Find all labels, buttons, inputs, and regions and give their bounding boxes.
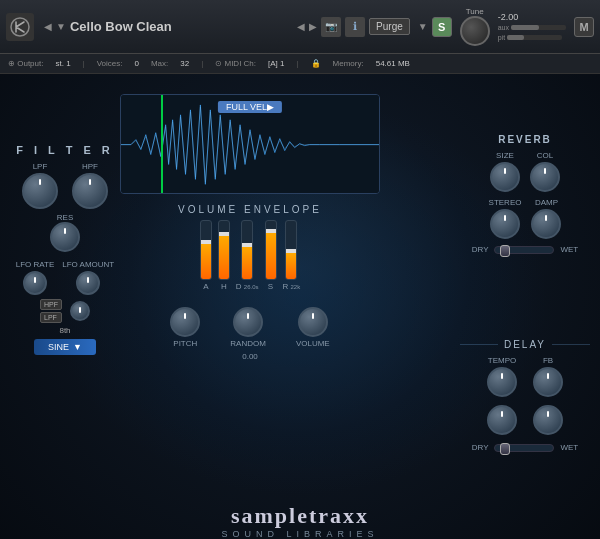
reverb-damp-label: DAMP: [535, 198, 558, 207]
hpf-toggle[interactable]: HPF: [40, 299, 62, 310]
eighth-label: 8th: [10, 326, 120, 335]
envelope-title: VOLUME ENVELOPE: [120, 204, 380, 215]
lpf-toggle[interactable]: LPF: [40, 312, 62, 323]
waveform-tag: FULL VEL▶: [218, 101, 282, 113]
lfo-rate-label: LFO RATE: [16, 260, 55, 269]
reverb-col-knob[interactable]: [530, 162, 560, 192]
delay-divider-left: [460, 344, 498, 345]
envelope-sliders: A H D 26.0s: [120, 221, 380, 291]
sine-button[interactable]: SINE ▼: [34, 339, 96, 355]
voices-label: Voices:: [97, 59, 123, 68]
reverb-col-label: COL: [537, 151, 553, 160]
env-d-label: D 26.0s: [236, 282, 259, 291]
hpf-knob[interactable]: [72, 173, 108, 209]
sep1: |: [83, 59, 85, 68]
pit-slider[interactable]: [507, 35, 562, 40]
delay-dw-thumb[interactable]: [500, 443, 510, 455]
lfo-amount-group: LFO AMOUNT: [62, 260, 114, 295]
delay-knob3[interactable]: [487, 405, 517, 435]
hpf-group: HPF: [72, 162, 108, 209]
delay-title: DELAY: [504, 339, 546, 350]
reverb-size-knob[interactable]: [490, 162, 520, 192]
lpf-label: LPF: [33, 162, 48, 171]
random-label: RANDOM: [230, 339, 266, 348]
env-a-label: A: [203, 282, 208, 291]
sine-label: SINE: [48, 342, 69, 352]
env-slider-s: S: [265, 220, 277, 291]
info-icon[interactable]: ℹ: [345, 17, 365, 37]
midi-label: ⊙ MIDI Ch:: [215, 59, 256, 68]
purge-arrow[interactable]: ▼: [418, 21, 428, 32]
waveform-display[interactable]: FULL VEL▶: [120, 94, 380, 194]
env-slider-r: R 22k: [283, 220, 301, 291]
memory-val: 54.61 MB: [376, 59, 410, 68]
aux-label: aux: [498, 24, 509, 31]
reverb-dw-slider[interactable]: [494, 246, 554, 254]
envelope-section: VOLUME ENVELOPE A H: [120, 204, 380, 361]
delay-section: DELAY TEMPO FB DRY WET: [460, 339, 590, 452]
lfo-amount-knob[interactable]: [76, 271, 100, 295]
lfo-extra-knob[interactable]: [70, 301, 90, 321]
pit-label: pit: [498, 34, 505, 41]
prv-row: PITCH RANDOM VOLUME: [120, 307, 380, 348]
nav-prev[interactable]: ◀: [297, 21, 305, 32]
aux-slider[interactable]: [511, 25, 566, 30]
reverb-title: REVERB: [460, 134, 590, 145]
s-button[interactable]: S: [432, 17, 452, 37]
logo-area: sampletraxx SOUND LIBRARIES: [221, 503, 378, 539]
delay-knobs2: [460, 405, 590, 435]
env-slider-a: A: [200, 220, 212, 291]
max-label: Max:: [151, 59, 168, 68]
delay-fb-knob[interactable]: [533, 367, 563, 397]
lfo-rate-knob[interactable]: [23, 271, 47, 295]
reverb-knobs: SIZE COL: [460, 151, 590, 192]
volume-knob[interactable]: [298, 307, 328, 337]
filter-section: F I L T E R LPF HPF RES LFO RATE LFO AMO…: [10, 144, 120, 359]
reverb-stereo-label: STEREO: [489, 198, 522, 207]
midi-val: [A] 1: [268, 59, 284, 68]
lfo-amount-label: LFO AMOUNT: [62, 260, 114, 269]
env-s-label: S: [268, 282, 273, 291]
delay-fb-label: FB: [543, 356, 553, 365]
random-knob[interactable]: [233, 307, 263, 337]
reverb-stereo-knob[interactable]: [490, 209, 520, 239]
reverb-size-label: SIZE: [496, 151, 514, 160]
lpf-knob[interactable]: [22, 173, 58, 209]
pitch-group: PITCH: [170, 307, 200, 348]
pitch-knob[interactable]: [170, 307, 200, 337]
reverb-stereo-group: STEREO: [489, 198, 522, 239]
collapse-arrow[interactable]: ▼: [56, 21, 66, 32]
delay-tempo-knob[interactable]: [487, 367, 517, 397]
delay-knob4[interactable]: [533, 405, 563, 435]
reverb-wet-label: WET: [560, 245, 578, 254]
camera-icon[interactable]: 📷: [321, 17, 341, 37]
output-label: ⊕ Output:: [8, 59, 43, 68]
delay-fb-group: FB: [533, 356, 563, 397]
reverb-dw-thumb[interactable]: [500, 245, 510, 257]
delay-tempo-label: TEMPO: [488, 356, 516, 365]
kontakt-logo[interactable]: [6, 13, 34, 41]
m-button[interactable]: M: [574, 17, 594, 37]
reverb-dry-wet: DRY WET: [460, 245, 590, 254]
reverb-dry-label: DRY: [472, 245, 489, 254]
delay-dry-wet: DRY WET: [460, 443, 590, 452]
lfo-rate-group: LFO RATE: [16, 260, 55, 295]
voices-val: 0: [134, 59, 138, 68]
res-knob[interactable]: [50, 222, 80, 252]
lock-icon: 🔒: [311, 59, 321, 68]
top-bar: ◀ ▼ Cello Bow Clean ◀ ▶ 📷 ℹ Purge ▼ S Tu…: [0, 0, 600, 54]
env-slider-d: D 26.0s: [236, 220, 259, 291]
nav-next[interactable]: ▶: [309, 21, 317, 32]
reverb-damp-knob[interactable]: [531, 209, 561, 239]
tune-knob[interactable]: [460, 16, 490, 46]
purge-button[interactable]: Purge: [369, 18, 410, 35]
reverb-section: REVERB SIZE COL STEREO DAMP DRY: [460, 134, 590, 254]
reverb-col-group: COL: [530, 151, 560, 192]
random-group: RANDOM: [230, 307, 266, 348]
env-value-display: 0.00: [120, 352, 380, 361]
delay-divider-right: [552, 344, 590, 345]
delay-dw-slider[interactable]: [494, 444, 554, 452]
nav-left[interactable]: ◀: [44, 21, 52, 32]
filter-title: F I L T E R: [10, 144, 120, 156]
playhead: [161, 95, 163, 193]
